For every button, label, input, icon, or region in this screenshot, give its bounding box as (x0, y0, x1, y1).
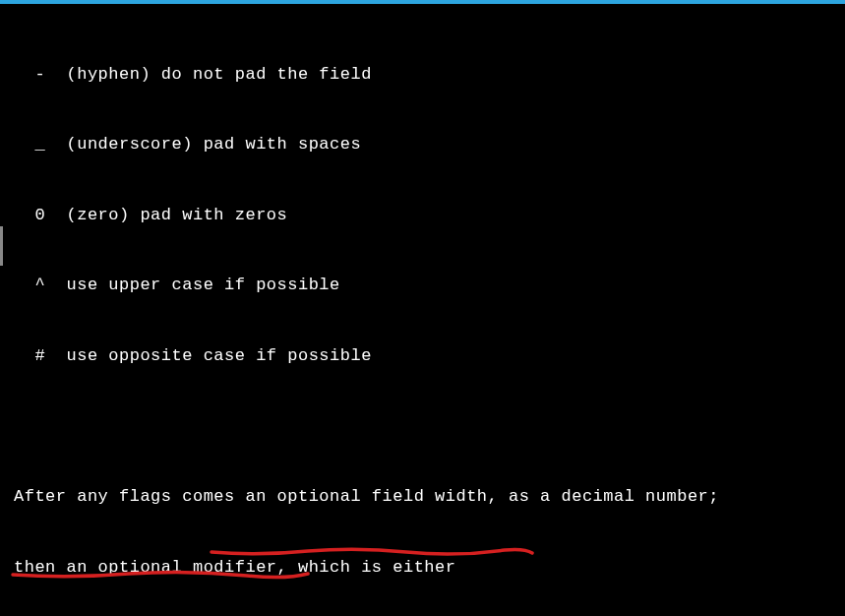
help-paragraph-line: After any flags comes an optional field … (14, 485, 835, 509)
help-flag-line: # use opposite case if possible (14, 344, 835, 368)
terminal-viewport[interactable]: - (hyphen) do not pad the field _ (under… (0, 4, 845, 616)
help-flag-line: - (hyphen) do not pad the field (14, 63, 835, 87)
help-flag-line: 0 (zero) pad with zeros (14, 204, 835, 227)
blank-line (14, 415, 835, 439)
help-flag-line: _ (underscore) pad with spaces (14, 133, 835, 156)
help-paragraph-line: then an optional modifier, which is eith… (14, 556, 835, 580)
scrollbar-thumb[interactable] (0, 226, 3, 266)
help-flag-line: ^ use upper case if possible (14, 274, 835, 297)
